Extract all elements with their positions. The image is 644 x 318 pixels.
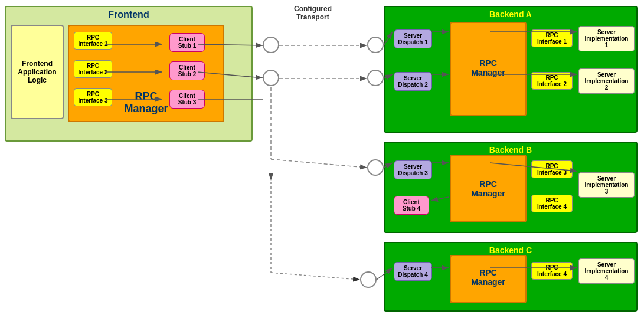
svg-line-12 (271, 159, 367, 168)
client-stub-4-backend: ClientStub 4 (394, 196, 429, 215)
backend-b-rpc-manager: RPCManager (450, 155, 527, 222)
backend-b-title: Backend B (385, 143, 636, 156)
backend-a-rpc-interface-2: RPCInterface 2 (531, 72, 573, 90)
frontend-box: Frontend FrontendApplicationLogic RPCMan… (5, 6, 253, 142)
server-dispatch-1: ServerDispatch 1 (394, 29, 432, 48)
client-stub-1: ClientStub 1 (169, 33, 205, 52)
svg-marker-28 (269, 173, 273, 181)
circle-connector-3 (263, 70, 279, 86)
backend-b-rpc-label: RPCManager (451, 179, 525, 198)
server-impl-4: ServerImplementation 4 (578, 258, 635, 284)
circle-connector-1 (263, 37, 279, 53)
server-impl-1: ServerImplementation 1 (578, 26, 635, 51)
rpc-manager-frontend: RPCManager RPCInterface 1 RPCInterface 2… (68, 25, 224, 122)
backend-c-rpc-manager: RPCManager (450, 255, 527, 303)
circle-connector-2 (367, 37, 384, 53)
server-impl-2: ServerImplementation 2 (578, 68, 635, 94)
backend-a-rpc-label: RPCManager (451, 58, 525, 77)
circle-connector-5 (367, 159, 384, 176)
backend-a-box: Backend A RPCManager ServerDispatch 1 Se… (384, 6, 638, 133)
frontend-app-logic: FrontendApplicationLogic (11, 25, 64, 119)
server-dispatch-3: ServerDispatch 3 (394, 160, 432, 179)
backend-a-title: Backend A (385, 7, 636, 20)
backend-b-box: Backend B RPCManager ServerDispatch 3 Cl… (384, 142, 638, 233)
backend-b-rpc-interface-4: RPCInterface 4 (531, 195, 573, 212)
backend-c-box: Backend C RPCManager ServerDispatch 4 RP… (384, 242, 638, 312)
backend-b-rpc-interface-3: RPCInterface 3 (531, 160, 573, 178)
circle-connector-6 (360, 271, 377, 288)
backend-c-rpc-label: RPCManager (451, 268, 525, 287)
server-impl-3: ServerImplementation 3 (578, 172, 635, 198)
configured-transport-label: ConfiguredTransport (283, 5, 342, 21)
client-stub-2: ClientStub 2 (169, 61, 205, 80)
circle-connector-4 (367, 70, 384, 86)
backend-a-rpc-interface-1: RPCInterface 1 (531, 29, 573, 47)
rpc-manager-label: RPCManager (124, 90, 168, 115)
rpc-interface-3: RPCInterface 3 (74, 88, 112, 106)
rpc-interface-2: RPCInterface 2 (74, 60, 112, 78)
diagram-container: ConfiguredTransport Frontend FrontendApp… (0, 0, 644, 318)
frontend-title: Frontend (108, 9, 149, 20)
svg-line-14 (271, 273, 360, 280)
rpc-interface-1: RPCInterface 1 (74, 32, 112, 50)
client-stub-3: ClientStub 3 (169, 90, 205, 109)
backend-c-title: Backend C (385, 243, 636, 256)
backend-c-rpc-interface-4: RPCInterface 4 (531, 262, 573, 280)
backend-a-rpc-manager: RPCManager (450, 22, 527, 116)
server-dispatch-2: ServerDispatch 2 (394, 72, 432, 91)
server-dispatch-4: ServerDispatch 4 (394, 262, 432, 281)
